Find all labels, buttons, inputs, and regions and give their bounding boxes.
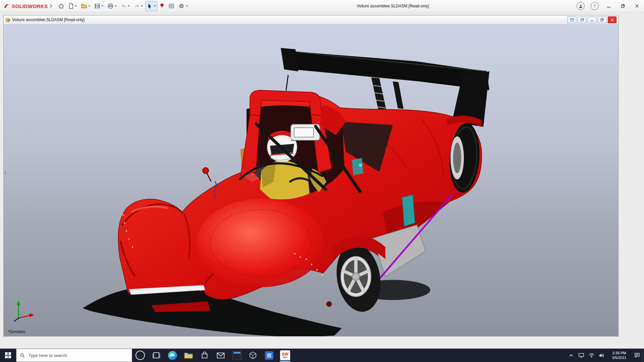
cortana-button[interactable] <box>132 349 148 362</box>
dropdown-caret <box>101 5 103 7</box>
display-tray-button[interactable] <box>576 349 586 362</box>
store-icon <box>201 352 208 359</box>
display-icon <box>579 353 584 358</box>
account-button[interactable] <box>574 0 588 12</box>
new-document-icon <box>68 3 74 9</box>
save-button[interactable] <box>93 1 105 11</box>
terminal-icon <box>232 351 241 360</box>
chevron-up-icon <box>569 354 573 357</box>
solidworks-taskbar-button[interactable]: SW 2021 <box>277 349 293 362</box>
network-tray-button[interactable] <box>586 349 596 362</box>
brand-text: SOLIDWORKS <box>12 3 48 9</box>
search-icon <box>20 353 25 358</box>
feature-panel-expander[interactable]: ❮ <box>4 168 7 177</box>
undo-button[interactable] <box>119 1 131 11</box>
open-button[interactable] <box>79 1 92 11</box>
media-app-icon <box>265 351 273 360</box>
clock-time: 3:39 PM <box>612 351 626 355</box>
action-center-button[interactable] <box>632 349 642 362</box>
document-titlebar[interactable]: Voiture assomblee.SLDASM [Read-only] <box>4 15 618 24</box>
viewport-canvas[interactable]: *Dimetric ❮ <box>4 24 618 336</box>
undo-icon <box>121 3 127 9</box>
show-desktop-button[interactable] <box>642 349 644 362</box>
assembly-cube-icon <box>5 17 10 22</box>
solidworks-logo: SOLIDWORKS <box>0 3 56 9</box>
restore-icon <box>621 4 625 8</box>
new-document-button[interactable] <box>67 1 78 11</box>
close-button[interactable] <box>630 0 644 12</box>
windows-logo-icon <box>5 352 11 358</box>
start-button[interactable] <box>0 349 16 362</box>
terminal-button[interactable] <box>229 349 245 362</box>
orientation-triad[interactable] <box>11 298 38 325</box>
dropdown-caret <box>128 5 130 7</box>
minimize-icon <box>607 4 611 8</box>
dropdown-caret <box>186 5 188 7</box>
file-properties-button[interactable] <box>167 1 176 11</box>
solidworks-app-icon: SW 2021 <box>280 350 290 360</box>
taskbar-clock[interactable]: 3:39 PM 3/5/2021 <box>606 349 632 362</box>
save-icon <box>94 3 100 9</box>
taskbar: SW 2021 3:39 PM 3 <box>0 349 644 362</box>
window-controls: ? <box>574 0 644 12</box>
viewer-button[interactable] <box>245 349 261 362</box>
search-input[interactable] <box>28 353 128 358</box>
doc-close-button[interactable] <box>608 16 616 23</box>
chevron-right-icon[interactable] <box>49 4 53 8</box>
file-explorer-icon <box>184 352 193 359</box>
file-explorer-button[interactable] <box>180 349 197 362</box>
file-properties-icon <box>168 3 174 9</box>
close-icon <box>635 4 639 8</box>
system-tray: 3:39 PM 3/5/2021 <box>566 349 644 362</box>
taskbar-search[interactable] <box>16 349 132 362</box>
viewer-icon <box>249 351 257 359</box>
help-button[interactable]: ? <box>588 0 602 12</box>
account-icon <box>577 2 585 10</box>
select-tool-button[interactable] <box>145 1 157 11</box>
dropdown-caret <box>88 5 90 7</box>
home-button[interactable] <box>56 1 66 11</box>
rear-wheel-near <box>331 235 385 315</box>
x-axis <box>18 315 30 318</box>
doc-restore-button[interactable] <box>598 16 606 23</box>
cascade-window-button[interactable] <box>578 16 586 23</box>
app-titlebar: SOLIDWORKS <box>0 0 644 12</box>
doc-minimize-button[interactable] <box>588 16 596 23</box>
dropdown-caret <box>75 5 77 7</box>
rebuild-icon <box>160 3 164 9</box>
document-title: Voiture assomblee.SLDASM [Read-only] <box>12 17 85 22</box>
document-window-buttons <box>566 16 616 23</box>
home-icon <box>58 3 64 9</box>
app-window-title: Voiture assomblee.SLDASM [Read-only] <box>357 4 429 8</box>
gear-icon <box>178 3 185 9</box>
print-icon <box>107 3 114 9</box>
redo-button[interactable] <box>132 1 145 11</box>
options-button[interactable] <box>177 1 190 11</box>
volume-tray-button[interactable] <box>596 349 606 362</box>
media-app-button[interactable] <box>261 349 277 362</box>
edge-icon <box>168 351 177 360</box>
edge-button[interactable] <box>164 349 180 362</box>
task-view-icon <box>152 351 160 359</box>
tile-window-button[interactable] <box>568 16 576 23</box>
dropdown-caret <box>141 5 143 7</box>
action-center-icon <box>634 353 640 358</box>
mail-button[interactable] <box>213 349 229 362</box>
minimize-button[interactable] <box>602 0 616 12</box>
store-button[interactable] <box>197 349 213 362</box>
print-button[interactable] <box>106 1 118 11</box>
cortana-icon <box>136 351 145 360</box>
dropdown-caret <box>154 5 156 7</box>
clock-date: 3/5/2021 <box>612 355 627 360</box>
dropdown-caret <box>115 5 117 7</box>
rebuild-button[interactable] <box>158 1 166 11</box>
select-arrow-icon <box>147 3 153 9</box>
task-view-button[interactable] <box>148 349 164 362</box>
mail-icon <box>217 352 225 359</box>
ds-logo-icon <box>3 3 10 9</box>
document-window: Voiture assomblee.SLDASM [Read-only] <box>3 15 619 337</box>
tray-expand-button[interactable] <box>566 349 576 362</box>
maximize-button[interactable] <box>616 0 630 12</box>
car-render[interactable] <box>4 24 618 336</box>
redo-icon <box>134 3 140 9</box>
